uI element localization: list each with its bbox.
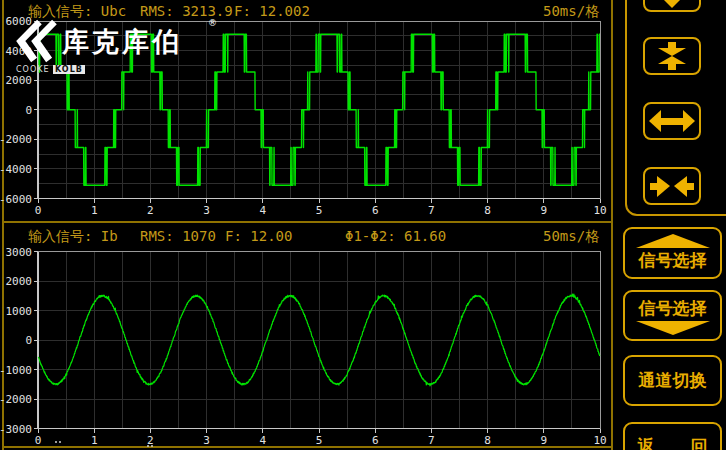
x-tick-label: 1 (91, 204, 98, 217)
expand-vertical-icon (647, 0, 697, 8)
expand-horizontal-button[interactable] (643, 102, 701, 140)
compress-vertical-button[interactable] (643, 37, 701, 75)
y-tick-label: -2000 (0, 393, 32, 406)
voltage-waveform-chart: 0123456789106000400020000-2000-4000-6000 (0, 0, 612, 222)
channel-switch-button[interactable]: 通道切换 (623, 355, 722, 406)
back-label-left: 返 (638, 435, 655, 450)
compress-horizontal-icon (647, 171, 697, 201)
signal-select-down-button[interactable]: 信号选择 (623, 290, 722, 341)
y-tick-label: -6000 (0, 193, 32, 206)
back-label-right: 回 (691, 435, 708, 450)
watermark-dots (147, 445, 151, 447)
x-tick-label: 10 (593, 434, 606, 447)
y-tick-label: 6000 (6, 15, 33, 28)
x-tick-label: 4 (259, 434, 266, 447)
triangle-down-icon (636, 321, 710, 335)
y-tick-label: -2000 (0, 133, 32, 146)
x-tick-label: 8 (484, 204, 491, 217)
y-tick-label: 0 (25, 334, 32, 347)
x-tick-label: 0 (35, 434, 42, 447)
y-tick-label: 4000 (6, 45, 33, 58)
y-tick-label: -1000 (0, 364, 32, 377)
compress-vertical-icon (647, 41, 697, 71)
y-tick-label: 2000 (6, 74, 33, 87)
channel-switch-label: 通道切换 (639, 369, 707, 392)
x-tick-label: 0 (35, 204, 42, 217)
triangle-up-icon (636, 234, 710, 248)
x-tick-label: 10 (593, 204, 606, 217)
signal-select-up-button[interactable]: 信号选择 (623, 227, 722, 279)
x-tick-label: 9 (540, 204, 547, 217)
signal-select-down-label: 信号选择 (639, 297, 707, 320)
y-tick-label: 3000 (6, 246, 33, 259)
back-button[interactable]: 返 回 (623, 422, 722, 450)
compress-horizontal-button[interactable] (643, 167, 701, 205)
x-tick-label: 3 (203, 434, 210, 447)
y-tick-label: 0 (25, 104, 32, 117)
x-tick-label: 7 (428, 434, 435, 447)
x-tick-label: 5 (316, 204, 323, 217)
y-tick-label: 2000 (6, 275, 33, 288)
oscilloscope-screen: 输入信号: Ubc RMS: 3213.9 F: 12.002 50ms/格 输… (0, 0, 726, 450)
x-tick-label: 8 (484, 434, 491, 447)
y-tick-label: -4000 (0, 163, 32, 176)
expand-vertical-button[interactable] (643, 0, 701, 12)
x-tick-label: 6 (372, 204, 379, 217)
signal-select-up-label: 信号选择 (639, 249, 707, 272)
y-tick-label: 1000 (6, 305, 33, 318)
x-tick-label: 7 (428, 204, 435, 217)
current-waveform-chart: 0123456789103000200010000-1000-2000-3000 (0, 222, 612, 450)
watermark-dots (55, 441, 59, 443)
x-tick-label: 3 (203, 204, 210, 217)
x-tick-label: 4 (259, 204, 266, 217)
x-tick-label: 2 (147, 204, 154, 217)
x-tick-label: 1 (91, 434, 98, 447)
x-tick-label: 9 (540, 434, 547, 447)
x-tick-label: 5 (316, 434, 323, 447)
x-tick-label: 6 (372, 434, 379, 447)
expand-horizontal-icon (647, 106, 697, 136)
y-tick-label: -3000 (0, 423, 32, 436)
